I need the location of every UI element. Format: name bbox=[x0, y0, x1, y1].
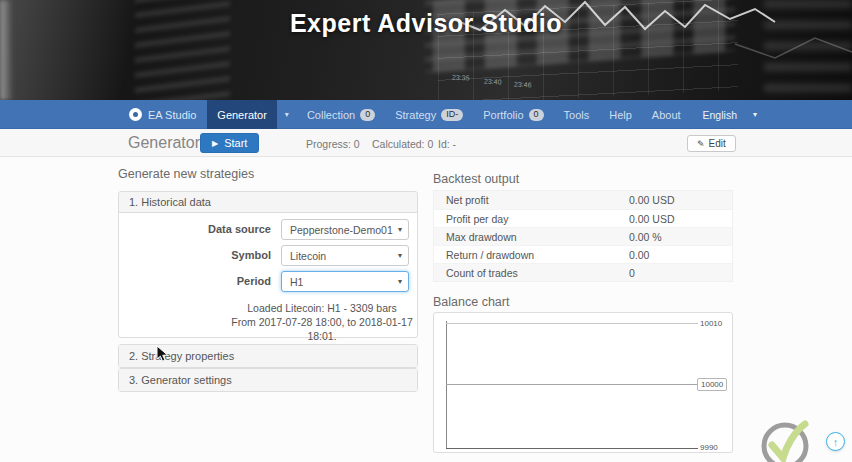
portfolio-count-badge: 0 bbox=[529, 109, 544, 121]
calculated-status: Calculated: 0 bbox=[372, 138, 433, 150]
y-tick-label: 9990 bbox=[700, 443, 718, 452]
language-label: English bbox=[703, 109, 737, 121]
table-row: Return / drawdown 0.00 bbox=[434, 245, 732, 263]
generate-strategies-heading: Generate new strategies bbox=[118, 167, 254, 181]
symbol-value: Litecoin bbox=[290, 250, 326, 262]
loaded-data-status: Loaded Litecoin: H1 - 3309 bars From 201… bbox=[227, 301, 417, 344]
nav-item-tools[interactable]: Tools bbox=[554, 100, 600, 129]
nav-item-help[interactable]: Help bbox=[599, 100, 642, 129]
table-row: Profit per day 0.00 USD bbox=[434, 209, 732, 227]
period-value: H1 bbox=[290, 276, 303, 288]
page-title: Generator bbox=[128, 134, 200, 152]
historical-data-panel-header[interactable]: 1. Historical data bbox=[119, 192, 417, 213]
edit-button[interactable]: ✎ Edit bbox=[687, 135, 736, 152]
brand-ea-studio[interactable]: EA Studio bbox=[118, 100, 207, 129]
play-icon: ▶ bbox=[212, 139, 218, 148]
balance-chart: 10010 10000 9990 bbox=[433, 312, 733, 453]
nav-item-strategy[interactable]: Strategy ID- bbox=[385, 100, 473, 129]
main-navbar: EA Studio Generator ▾ Collection 0 Strat… bbox=[0, 100, 852, 129]
app-title: Expert Advisor Studio bbox=[0, 9, 852, 38]
nav-item-about[interactable]: About bbox=[642, 100, 691, 129]
table-row: Net profit 0.00 USD bbox=[434, 191, 732, 209]
data-source-value: Pepperstone-Demo01 bbox=[290, 224, 393, 236]
chart-y-axis bbox=[446, 321, 447, 449]
start-button[interactable]: ▶ Start bbox=[200, 133, 259, 153]
strategy-id-badge: ID- bbox=[441, 109, 463, 121]
arrow-up-icon: ↑ bbox=[833, 436, 839, 448]
period-label: Period bbox=[119, 275, 271, 287]
data-source-label: Data source bbox=[119, 223, 271, 235]
language-selector[interactable]: English ▾ bbox=[703, 100, 757, 129]
chart-gridline-bottom bbox=[446, 448, 698, 449]
strategy-properties-panel: 2. Strategy properties bbox=[118, 344, 418, 368]
strategy-properties-panel-header[interactable]: 2. Strategy properties bbox=[119, 345, 417, 367]
id-status: Id: - bbox=[438, 138, 456, 150]
nav-item-generator[interactable]: Generator bbox=[207, 100, 277, 129]
brand-label: EA Studio bbox=[148, 109, 196, 121]
chart-baseline bbox=[446, 384, 698, 385]
chevron-down-icon: ▾ bbox=[753, 110, 757, 119]
symbol-label: Symbol bbox=[119, 249, 271, 261]
generator-dropdown-toggle[interactable]: ▾ bbox=[277, 100, 297, 129]
backtest-output-heading: Backtest output bbox=[433, 172, 519, 186]
historical-data-panel: 1. Historical data Data source Peppersto… bbox=[118, 191, 418, 338]
balance-chart-heading: Balance chart bbox=[433, 295, 509, 309]
hero-time-label: 23:46 bbox=[514, 80, 532, 88]
pencil-icon: ✎ bbox=[697, 139, 705, 149]
collection-count-badge: 0 bbox=[360, 109, 375, 121]
chevron-down-icon: ▾ bbox=[398, 251, 402, 260]
generator-settings-panel: 3. Generator settings bbox=[118, 368, 418, 392]
generator-toolbar: Generator ▶ Start Progress: 0 Calculated… bbox=[0, 129, 852, 157]
table-row: Max drawdown 0.00 % bbox=[434, 227, 732, 245]
data-source-select[interactable]: Pepperstone-Demo01 ▾ bbox=[281, 219, 409, 240]
nav-item-portfolio[interactable]: Portfolio 0 bbox=[473, 100, 553, 129]
table-row: Count of trades 0 bbox=[434, 263, 732, 281]
period-select[interactable]: H1 ▾ bbox=[281, 271, 409, 292]
scroll-to-top-button[interactable]: ↑ bbox=[826, 432, 845, 451]
ea-studio-icon bbox=[129, 108, 142, 121]
y-tick-label: 10010 bbox=[700, 319, 722, 328]
hero-time-label: 23:40 bbox=[484, 77, 502, 85]
hero-time-label: 23:35 bbox=[452, 73, 470, 81]
backtest-output-table: Net profit 0.00 USD Profit per day 0.00 … bbox=[433, 190, 733, 282]
generator-settings-panel-header[interactable]: 3. Generator settings bbox=[119, 369, 417, 391]
forex-software-checkmark-logo bbox=[753, 419, 817, 462]
nav-item-collection[interactable]: Collection 0 bbox=[297, 100, 385, 129]
symbol-select[interactable]: Litecoin ▾ bbox=[281, 245, 409, 266]
chevron-down-icon: ▾ bbox=[285, 110, 289, 119]
y-tick-label-boxed: 10000 bbox=[697, 378, 727, 391]
chart-gridline-top bbox=[446, 323, 698, 324]
hero-header: 23:35 23:40 23:46 Expert Advisor Studio bbox=[0, 0, 852, 100]
chevron-down-icon: ▾ bbox=[398, 225, 402, 234]
chevron-down-icon: ▾ bbox=[398, 277, 402, 286]
progress-status: Progress: 0 bbox=[306, 138, 360, 150]
